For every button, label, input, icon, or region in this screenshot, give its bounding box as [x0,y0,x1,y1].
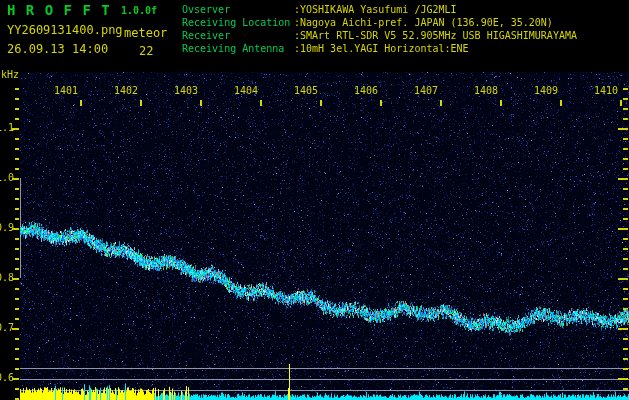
app-version: 1.0.0f [121,5,157,16]
info-row-receiver: Receiver:SMArt RTL-SDR V5 52.905MHz USB … [182,29,577,42]
info-value: :SMArt RTL-SDR V5 52.905MHz USB HIGASHIM… [294,30,577,41]
mode-label: meteor [124,26,167,40]
echo-count: 22 [139,44,153,58]
info-value: :10mH 3el.YAGI Horizontal:ENE [294,43,469,54]
info-row-antenna: Receiving Antenna:10mH 3el.YAGI Horizont… [182,42,577,55]
info-label: Ovserver [182,3,294,16]
app-title: H R O F F T [7,2,111,18]
datetime-label: 26.09.13 14:00 [7,42,108,56]
header: H R O F F T 1.0.0f YY2609131400.png mete… [0,0,629,72]
info-row-observer: Ovserver:YOSHIKAWA Yasufumi /JG2MLI [182,3,577,16]
info-label: Receiving Location [182,16,294,29]
info-row-location: Receiving Location:Nagoya Aichi-pref. JA… [182,16,577,29]
station-info: Ovserver:YOSHIKAWA Yasufumi /JG2MLI Rece… [182,3,577,55]
info-value: :YOSHIKAWA Yasufumi /JG2MLI [294,4,457,15]
output-filename: YY2609131400.png [7,23,123,37]
info-label: Receiver [182,29,294,42]
info-value: :Nagoya Aichi-pref. JAPAN (136.90E, 35.2… [294,17,553,28]
hrofft-window: H R O F F T 1.0.0f YY2609131400.png mete… [0,0,629,400]
info-label: Receiving Antenna [182,42,294,55]
